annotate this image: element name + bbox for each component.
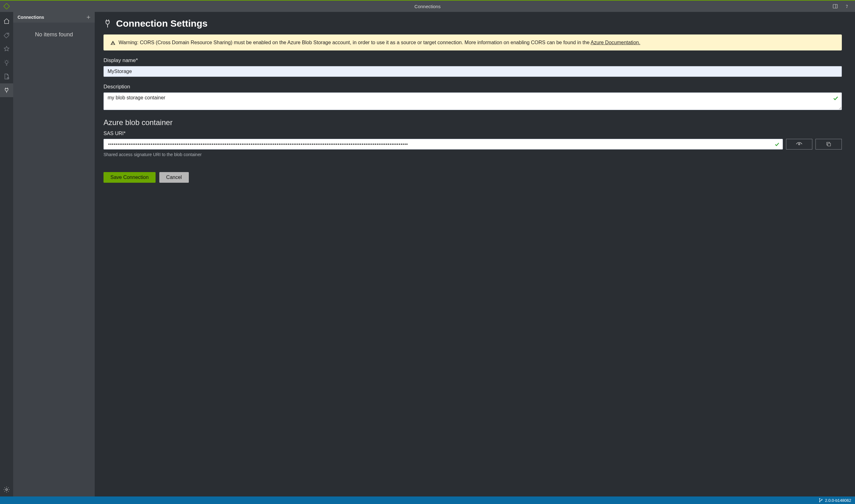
svg-point-15 bbox=[819, 498, 820, 499]
window-title: Connections bbox=[414, 4, 440, 9]
nav-tags[interactable] bbox=[0, 28, 13, 42]
check-icon bbox=[833, 95, 839, 101]
display-name-input[interactable] bbox=[104, 66, 842, 77]
nav-connections[interactable] bbox=[0, 83, 13, 97]
svg-point-6 bbox=[5, 61, 8, 64]
description-input[interactable] bbox=[104, 92, 842, 110]
title-bar: Connections bbox=[0, 0, 855, 12]
svg-rect-14 bbox=[828, 143, 831, 146]
plug-icon bbox=[104, 19, 112, 28]
svg-point-16 bbox=[819, 502, 820, 502]
nav-file[interactable] bbox=[0, 70, 13, 83]
main-content: Connection Settings Warning: CORS (Cross… bbox=[95, 12, 855, 497]
show-password-button[interactable] bbox=[786, 139, 812, 149]
svg-point-9 bbox=[6, 489, 7, 490]
sas-uri-helper: Shared access signature URI to the blob … bbox=[104, 152, 842, 157]
nav-settings[interactable] bbox=[0, 483, 13, 497]
svg-rect-1 bbox=[833, 4, 837, 8]
warning-text: Warning: CORS (Cross Domain Resource Sha… bbox=[119, 40, 591, 45]
side-panel-title: Connections bbox=[18, 15, 44, 20]
branch-icon bbox=[819, 498, 823, 502]
cancel-button[interactable]: Cancel bbox=[159, 172, 189, 183]
nav-home[interactable] bbox=[0, 14, 13, 28]
sas-uri-input[interactable] bbox=[104, 139, 783, 149]
description-label: Description bbox=[104, 84, 842, 90]
copy-button[interactable] bbox=[816, 139, 842, 149]
nav-star[interactable] bbox=[0, 42, 13, 56]
svg-point-7 bbox=[7, 77, 9, 79]
status-bar: 2.0.0-b148062 bbox=[0, 497, 855, 504]
warning-icon bbox=[110, 39, 116, 46]
check-icon bbox=[774, 141, 780, 147]
cors-warning-alert: Warning: CORS (Cross Domain Resource Sha… bbox=[104, 35, 842, 51]
add-connection-icon[interactable] bbox=[86, 15, 91, 20]
nav-rail bbox=[0, 12, 13, 497]
display-name-label: Display name* bbox=[104, 57, 842, 64]
svg-marker-5 bbox=[4, 47, 9, 51]
side-panel-header: Connections bbox=[13, 12, 95, 22]
svg-point-17 bbox=[821, 499, 822, 500]
save-connection-button[interactable]: Save Connection bbox=[104, 172, 156, 183]
svg-point-3 bbox=[847, 7, 847, 7]
version-text: 2.0.0-b148062 bbox=[825, 498, 851, 503]
sas-uri-label: SAS URI* bbox=[104, 131, 842, 136]
svg-point-13 bbox=[799, 144, 800, 145]
side-panel: Connections No items found bbox=[13, 12, 95, 497]
svg-point-4 bbox=[7, 34, 8, 34]
side-panel-empty: No items found bbox=[13, 31, 95, 38]
app-logo-icon bbox=[3, 3, 10, 10]
help-icon[interactable] bbox=[844, 3, 849, 9]
nav-lightbulb[interactable] bbox=[0, 56, 13, 70]
panel-toggle-icon[interactable] bbox=[833, 3, 838, 9]
svg-rect-0 bbox=[4, 3, 10, 10]
page-title: Connection Settings bbox=[116, 18, 208, 29]
azure-docs-link[interactable]: Azure Documentation. bbox=[591, 40, 640, 45]
section-heading: Azure blob container bbox=[104, 118, 842, 127]
